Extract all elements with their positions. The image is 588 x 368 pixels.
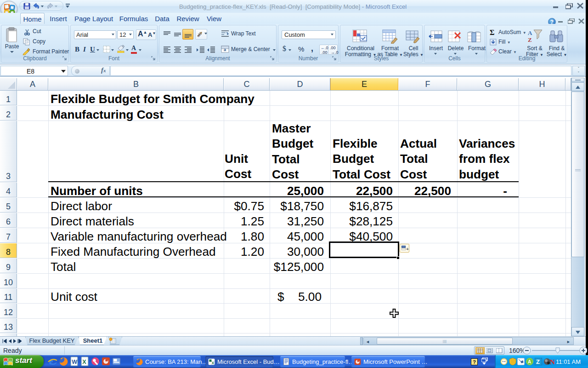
svg-text:N: N: [550, 358, 555, 365]
svg-text:W: W: [72, 359, 77, 365]
svg-text:A: A: [528, 359, 531, 364]
svg-text:Z: Z: [528, 36, 532, 43]
svg-text:Z: Z: [536, 358, 540, 365]
svg-text:X: X: [82, 359, 86, 365]
svg-text:X: X: [212, 361, 215, 365]
svg-text:A: A: [528, 29, 532, 36]
svg-text:e: e: [49, 357, 53, 366]
